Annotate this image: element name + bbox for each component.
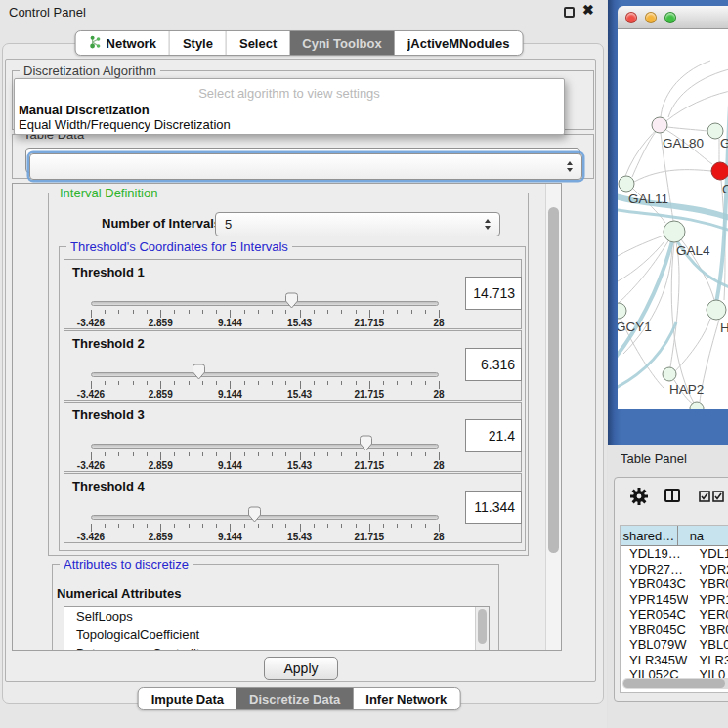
apply-button[interactable]: Apply bbox=[264, 657, 338, 680]
network-node[interactable] bbox=[663, 367, 676, 381]
tick-label: 21.715 bbox=[355, 318, 385, 328]
table-panel-region: Table Panel shared…na YDL19 bbox=[608, 445, 728, 728]
tab-label: Infer Network bbox=[365, 692, 447, 707]
number-of-intervals-value: 5 bbox=[225, 217, 232, 232]
table-row[interactable]: YDR27…YDR2 bbox=[621, 562, 728, 578]
tab-impute-data[interactable]: Impute Data bbox=[139, 688, 236, 709]
table-toolbar bbox=[615, 478, 728, 521]
slider-thumb[interactable] bbox=[246, 506, 263, 527]
network-node[interactable] bbox=[618, 303, 626, 319]
minimize-traffic-light-icon[interactable] bbox=[645, 12, 657, 23]
scrollbar-thumb[interactable] bbox=[478, 609, 487, 644]
table-cell: YBL079W bbox=[621, 637, 688, 653]
network-edge bbox=[661, 61, 710, 117]
table-cell: YDR27… bbox=[621, 562, 688, 578]
attribute-item-betweennesscentrality[interactable]: BetweennessCentrality bbox=[64, 644, 489, 651]
table-cell: YDL19… bbox=[621, 546, 688, 562]
table-row[interactable]: YLR345WYLR3 bbox=[621, 653, 728, 668]
table-horizontal-scrollbar[interactable] bbox=[622, 678, 728, 689]
tick-label: 2.859 bbox=[149, 532, 173, 542]
table-row[interactable]: YDL19…YDL1 bbox=[621, 546, 728, 562]
slider-thumb[interactable] bbox=[191, 364, 207, 384]
threshold-coordinates-group: Threshold's Coordinates for 5 Intervals … bbox=[59, 246, 526, 551]
tick-label: 2.859 bbox=[149, 460, 173, 471]
settings-vertical-scrollbar[interactable] bbox=[545, 184, 561, 650]
threshold-panel-3: Threshold 3-3.4262.8599.14415.4321.71528… bbox=[64, 402, 522, 472]
tick-label: 2.859 bbox=[149, 389, 173, 400]
network-node[interactable] bbox=[652, 117, 667, 133]
table-cell: YPR1 bbox=[688, 592, 728, 608]
tick-label: 21.715 bbox=[355, 460, 385, 471]
checkbox-checked-icon[interactable] bbox=[712, 491, 724, 502]
column-header-0[interactable]: shared… bbox=[621, 526, 678, 545]
combo-stepper-icon bbox=[485, 219, 491, 230]
tab-label: Discretize Data bbox=[249, 692, 340, 707]
scrollbar-thumb[interactable] bbox=[548, 207, 559, 553]
network-canvas[interactable]: GAL80GCGAL11GAL4GCY1HHAP2 bbox=[618, 29, 728, 409]
network-node[interactable] bbox=[619, 176, 634, 192]
tab-discretize-data[interactable]: Discretize Data bbox=[236, 688, 353, 709]
settings-scroll-area: Interval Definition Number of Intervals … bbox=[12, 183, 562, 651]
node-table[interactable]: shared…na YDL19…YDL1YDR27…YDR2YBR043CYBR… bbox=[620, 525, 728, 693]
slider-track[interactable] bbox=[91, 444, 439, 449]
attribute-item-selfloops[interactable]: SelfLoops bbox=[64, 607, 489, 625]
threshold-value-field[interactable]: 11.344 bbox=[465, 491, 522, 524]
network-node[interactable] bbox=[711, 162, 728, 180]
table-cell: YBR0 bbox=[688, 622, 728, 638]
checkbox-checked-icon[interactable] bbox=[699, 491, 710, 502]
network-tree-icon bbox=[89, 35, 102, 52]
network-window-titlebar[interactable] bbox=[618, 6, 728, 29]
network-graph: GAL80GCGAL11GAL4GCY1HHAP2 bbox=[618, 29, 728, 409]
threshold-value-field[interactable]: 6.316 bbox=[465, 348, 522, 381]
network-node[interactable] bbox=[707, 300, 726, 320]
network-edge bbox=[634, 170, 711, 182]
threshold-value-field[interactable]: 14.713 bbox=[465, 277, 522, 310]
popup-option-manual-discretization[interactable]: Manual Discretization bbox=[19, 103, 150, 117]
table-cell: YBL0 bbox=[688, 637, 728, 653]
slider-track[interactable] bbox=[91, 301, 439, 306]
attribute-item-topologicalcoefficient[interactable]: TopologicalCoefficient bbox=[64, 625, 489, 644]
tab-infer-network[interactable]: Infer Network bbox=[353, 688, 459, 709]
network-node[interactable] bbox=[664, 221, 685, 242]
column-layout-icon[interactable] bbox=[664, 489, 680, 502]
table-row[interactable]: YBR043CYBR0 bbox=[621, 577, 728, 592]
slider-thumb[interactable] bbox=[283, 292, 300, 313]
algorithm-combobox[interactable] bbox=[29, 153, 582, 180]
column-header-1[interactable]: na bbox=[678, 526, 728, 545]
slider-track[interactable] bbox=[91, 372, 439, 377]
gear-icon[interactable] bbox=[629, 487, 649, 506]
table-row[interactable]: YBL079WYBL0 bbox=[621, 637, 728, 653]
number-of-intervals-combobox[interactable]: 5 bbox=[215, 212, 500, 236]
table-cell: YBR0 bbox=[688, 577, 728, 592]
numerical-attributes-list[interactable]: SelfLoopsTopologicalCoefficientBetweenne… bbox=[64, 606, 490, 651]
tick-label: 9.144 bbox=[218, 532, 242, 542]
table-row[interactable]: YER054CYER0 bbox=[621, 607, 728, 622]
tab-label: Cyni Toolbox bbox=[302, 36, 381, 51]
tab-jactivemnodules[interactable]: jActiveMNodules bbox=[395, 31, 523, 55]
zoom-traffic-light-icon[interactable] bbox=[664, 12, 676, 23]
threshold-label: Threshold 4 bbox=[72, 479, 145, 493]
tab-style[interactable]: Style bbox=[170, 31, 227, 55]
table-cell: YDR2 bbox=[688, 562, 728, 578]
table-cell: YBR045C bbox=[621, 622, 688, 638]
popup-option-equal-width-frequency-discretization[interactable]: Equal Width/Frequency Discretization bbox=[19, 117, 231, 132]
slider-ticks bbox=[91, 381, 439, 390]
tab-cyni-toolbox[interactable]: Cyni Toolbox bbox=[289, 31, 394, 55]
tab-select[interactable]: Select bbox=[227, 31, 289, 55]
tick-label: -3.426 bbox=[77, 318, 105, 328]
slider-track[interactable] bbox=[91, 515, 439, 520]
tab-network[interactable]: Network bbox=[76, 31, 170, 55]
threshold-label: Threshold 3 bbox=[72, 407, 145, 422]
table-row[interactable]: YBR045CYBR0 bbox=[621, 622, 728, 638]
threshold-label: Threshold 2 bbox=[72, 336, 145, 351]
close-traffic-light-icon[interactable] bbox=[625, 12, 637, 23]
node-label-gal11: GAL11 bbox=[628, 192, 668, 206]
threshold-value-field[interactable]: 21.4 bbox=[465, 419, 522, 452]
scrollbar-thumb[interactable] bbox=[623, 679, 725, 688]
attributes-group: Attributes to discretize Numerical Attri… bbox=[52, 564, 499, 651]
close-icon[interactable]: ✖ bbox=[582, 2, 594, 18]
slider-thumb[interactable] bbox=[358, 435, 374, 455]
table-row[interactable]: YPR145WYPR1 bbox=[621, 592, 728, 608]
attributes-scrollbar[interactable] bbox=[475, 607, 489, 650]
float-window-icon[interactable] bbox=[564, 7, 575, 18]
